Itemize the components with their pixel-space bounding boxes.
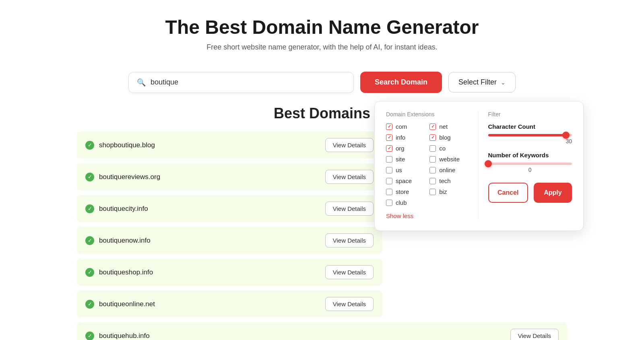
character-count-slider-section: Character Count 30: [488, 123, 572, 144]
extension-item-club[interactable]: club: [386, 199, 426, 206]
extension-item-info[interactable]: info: [386, 134, 426, 141]
ext-label-co: co: [439, 145, 446, 152]
ext-label-net: net: [439, 123, 448, 130]
ext-checkbox-com[interactable]: [386, 124, 392, 130]
extension-item-org[interactable]: org: [386, 145, 426, 152]
dropdown-columns: Domain Extensions com net info blog org …: [386, 111, 572, 219]
domain-row: ✓ boutiqueshop.info View Details: [76, 259, 382, 286]
view-details-button[interactable]: View Details: [325, 138, 374, 152]
available-icon: ✓: [85, 141, 94, 150]
keywords-track[interactable]: [488, 163, 572, 165]
ext-label-org: org: [396, 145, 405, 152]
dropdown-actions: Cancel Apply: [488, 183, 572, 203]
ext-checkbox-us[interactable]: [386, 167, 392, 173]
ext-checkbox-space[interactable]: [386, 178, 392, 184]
filter-button-label: Select Filter: [458, 78, 497, 87]
bottom-view-details-button[interactable]: View Details: [510, 329, 559, 340]
ext-checkbox-website[interactable]: [429, 156, 436, 163]
ext-checkbox-net[interactable]: [429, 124, 436, 130]
ext-label-blog: blog: [439, 134, 450, 141]
available-icon: ✓: [85, 332, 94, 340]
ext-label-website: website: [439, 156, 460, 163]
extension-item-blog[interactable]: blog: [429, 134, 470, 141]
view-details-button[interactable]: View Details: [325, 202, 374, 216]
extension-item-biz[interactable]: biz: [429, 188, 470, 195]
search-box: 🔍: [128, 72, 354, 93]
domain-name: boutiqueshop.info: [99, 268, 153, 276]
character-count-track[interactable]: [488, 134, 572, 136]
ext-checkbox-co[interactable]: [429, 145, 436, 152]
ext-label-com: com: [396, 123, 407, 130]
extension-item-online[interactable]: online: [429, 167, 470, 173]
ext-label-online: online: [439, 167, 455, 173]
ext-checkbox-club[interactable]: [386, 200, 392, 206]
extensions-grid: com net info blog org co site website us…: [386, 123, 470, 206]
extension-item-site[interactable]: site: [386, 156, 426, 163]
extension-item-tech[interactable]: tech: [429, 177, 470, 184]
ext-checkbox-blog[interactable]: [429, 134, 436, 141]
search-domain-button[interactable]: Search Domain: [360, 72, 442, 93]
available-icon: ✓: [85, 173, 94, 181]
character-count-fill: [488, 134, 566, 136]
domain-list: ✓ shopboutique.blog View Details ✓ bouti…: [76, 132, 382, 317]
page-title: The Best Domain Name Generator: [8, 16, 636, 38]
apply-button[interactable]: Apply: [534, 183, 572, 203]
ext-label-club: club: [396, 199, 407, 206]
extension-item-space[interactable]: space: [386, 177, 426, 184]
content-area: Best Domains ✓ shopboutique.blog View De…: [60, 101, 584, 340]
ext-checkbox-biz[interactable]: [429, 189, 436, 195]
keywords-value: 0: [488, 167, 572, 173]
extension-item-website[interactable]: website: [429, 156, 470, 163]
domain-name: boutiquecity.info: [99, 205, 148, 213]
extensions-column: Domain Extensions com net info blog org …: [386, 111, 479, 219]
ext-checkbox-info[interactable]: [386, 134, 392, 141]
view-details-button[interactable]: View Details: [325, 297, 374, 311]
character-count-value: 30: [488, 138, 572, 144]
extension-item-com[interactable]: com: [386, 123, 426, 130]
domain-name: shopboutique.blog: [99, 141, 155, 149]
extension-item-co[interactable]: co: [429, 145, 470, 152]
page-header: The Best Domain Name Generator Free shor…: [0, 0, 644, 60]
bottom-domain-left: ✓ boutiquehub.info: [85, 332, 150, 340]
filter-dropdown: Domain Extensions com net info blog org …: [374, 101, 584, 231]
ext-checkbox-store[interactable]: [386, 189, 392, 195]
extensions-header: Domain Extensions: [386, 111, 470, 117]
character-count-label: Character Count: [488, 123, 572, 130]
view-details-button[interactable]: View Details: [325, 233, 374, 247]
domain-row: ✓ shopboutique.blog View Details: [76, 132, 382, 159]
domain-left: ✓ boutiquereviews.org: [85, 173, 160, 181]
ext-label-space: space: [396, 177, 412, 184]
search-section: 🔍 Search Domain Select Filter ⌄: [0, 60, 644, 101]
keywords-thumb[interactable]: [485, 160, 492, 167]
domain-row: ✓ boutiqueonline.net View Details: [76, 291, 382, 317]
domain-left: ✓ shopboutique.blog: [85, 141, 155, 150]
show-less-button[interactable]: Show less: [386, 212, 470, 219]
ext-label-biz: biz: [439, 188, 447, 195]
filter-header: Filter: [488, 111, 572, 117]
ext-label-site: site: [396, 156, 405, 163]
ext-checkbox-site[interactable]: [386, 156, 392, 163]
ext-checkbox-online[interactable]: [429, 167, 436, 173]
search-input[interactable]: [151, 78, 345, 87]
available-icon: ✓: [85, 236, 94, 245]
character-count-thumb[interactable]: [562, 132, 570, 139]
domain-row: ✓ boutiquecity.info View Details: [76, 195, 382, 222]
extension-item-us[interactable]: us: [386, 167, 426, 173]
extension-item-store[interactable]: store: [386, 188, 426, 195]
available-icon: ✓: [85, 204, 94, 213]
ext-label-info: info: [396, 134, 405, 141]
domain-left: ✓ boutiquecity.info: [85, 204, 148, 213]
view-details-button[interactable]: View Details: [325, 265, 374, 279]
select-filter-button[interactable]: Select Filter ⌄: [448, 72, 516, 93]
cancel-button[interactable]: Cancel: [488, 183, 528, 203]
ext-checkbox-tech[interactable]: [429, 178, 436, 184]
ext-label-store: store: [396, 188, 409, 195]
chevron-down-icon: ⌄: [501, 79, 506, 86]
keywords-label: Number of Keywords: [488, 152, 572, 159]
domain-name: boutiqueonline.net: [99, 300, 155, 308]
extension-item-net[interactable]: net: [429, 123, 470, 130]
view-details-button[interactable]: View Details: [325, 170, 374, 184]
domain-left: ✓ boutiqueonline.net: [85, 300, 155, 309]
ext-checkbox-org[interactable]: [386, 145, 392, 152]
domain-row: ✓ boutiquereviews.org View Details: [76, 163, 382, 190]
